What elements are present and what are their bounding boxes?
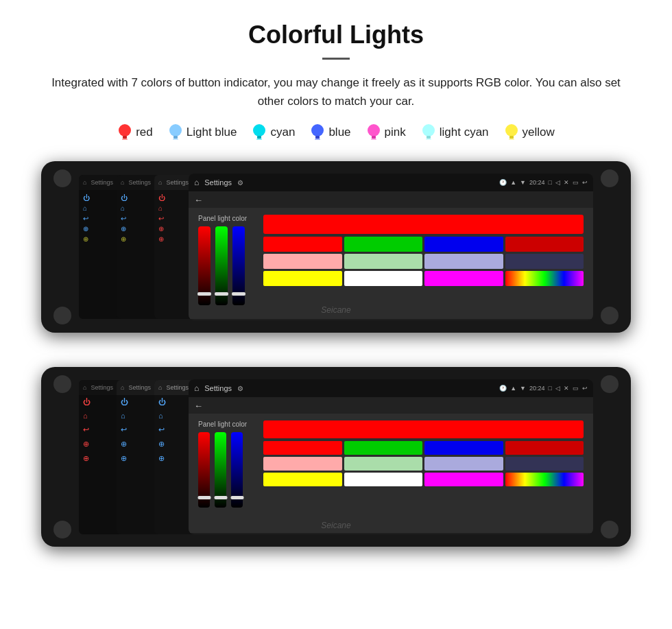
pink-bulb-icon [366,123,381,142]
device-section-2: ⌂ Settings ⏻ ⌂ ↩ ⊕ ⊕ ⌂ Settings [27,367,645,547]
grid2-dr [505,441,584,455]
knob-tr [601,169,619,187]
color-label-lightblue: Light blue [187,126,237,139]
blue-slider-2 [231,432,243,508]
color-item-red: red [117,123,153,142]
home-btn-1: ⌂ [194,178,199,187]
svg-rect-10 [315,136,320,139]
grid2-lb [424,457,503,471]
grid-cell-w [344,271,422,286]
blue-slider-1 [232,226,245,305]
gear-icon-1: ⚙ [237,179,243,187]
grid2-b [424,441,503,455]
grid-cell-db [505,254,584,269]
color-item-lightblue: Light blue [168,123,237,142]
device-section-1: ⌂ Settings ⏻ ⌂ ↩ ⊕ ⊕ ⌂ Settings [27,161,645,333]
blue-slider2-handle [230,496,243,499]
svg-point-3 [169,124,182,137]
grid-cell-g [344,237,422,252]
screen-area-1: ⌂ Settings ⏻ ⌂ ↩ ⊕ ⊕ ⌂ Settings [79,174,593,320]
back-arrow-1: ← [194,195,203,205]
color-label-yellow: yellow [523,126,555,139]
bs2-bar2-home: ⌂ [121,384,124,391]
red-slider2-handle [197,496,211,499]
svg-rect-20 [509,139,514,140]
grid2-m [424,473,503,486]
panel-label-1: Panel light color [198,215,247,222]
sliders-1 [198,226,247,305]
back-row-2: ← [189,397,593,414]
color-grid-2 [263,441,584,486]
page-title: Colorful Lights [27,21,645,49]
screen-area-2: ⌂ Settings ⏻ ⌂ ↩ ⊕ ⊕ ⌂ Settings [79,379,593,534]
bar-left-1: ⌂ Settings ⚙ [194,178,243,187]
android-status-bar-1: ⌂ Settings ⚙ 🕐 ▲ ▼ 20:24 □ ◁ ✕ ▭ [189,174,593,191]
back-bar-icon-1: ⌂ [83,179,86,186]
color-item-pink: pink [366,123,406,142]
description: Integrated with 7 colors of button indic… [41,73,631,110]
svg-rect-13 [372,136,376,139]
blue-slider-handle [232,292,245,296]
svg-rect-14 [371,139,376,140]
color-preview-2 [263,420,584,438]
grid-cell-dr [505,237,584,252]
svg-rect-4 [173,136,178,139]
svg-point-0 [119,124,131,137]
svg-point-12 [368,124,380,137]
knob-bl [53,307,71,324]
color-preview-main-1 [263,215,584,234]
svg-point-6 [253,124,265,137]
grid2-lg [344,457,422,471]
settings-label-1: Settings [204,178,232,187]
page-container: Colorful Lights Integrated with 7 colors… [0,0,672,567]
color-label-pink: pink [385,126,406,139]
grid-cell-lr [263,254,341,269]
clock-icon-1: 🕐 [499,179,507,186]
color-label-blue: blue [328,126,350,139]
grid-cell-m [424,271,503,286]
color-grid-area-1 [263,215,584,286]
grid2-g [344,441,422,455]
back-bar-icon-2: ⌂ [121,179,124,186]
bar-right-1: 🕐 ▲ ▼ 20:24 □ ◁ ✕ ▭ ↩ [499,179,588,186]
signal-icon-2: ▼ [520,385,526,392]
color-label-cyan: cyan [270,126,295,139]
green-slider-2 [215,432,226,508]
knob2-tl [53,375,71,393]
bar2-right: 🕐 ▲ ▼ 20:24 □ ◁ ✕ ▭ ↩ [499,385,588,392]
svg-rect-17 [426,139,431,140]
back-bar-text-1: Settings [91,179,113,186]
bs2-bar1-home: ⌂ [83,384,86,391]
red-slider-handle [197,292,211,296]
settings-label-2: Settings [204,384,232,392]
green-slider2-handle [214,496,227,499]
knob2-br [601,521,619,538]
vol-icon-2: ◁ [555,385,560,392]
grid2-lr [263,457,341,471]
svg-rect-7 [257,136,261,139]
red-slider-2 [198,432,210,508]
android-bar-2: ⌂ Settings ⚙ 🕐 ▲ ▼ 20:24 □ ◁ ✕ ▭ [189,379,593,397]
lightblue-bulb-icon [168,123,183,142]
back-arrow-2: ← [194,401,203,411]
svg-rect-1 [123,136,127,139]
expand-icon-1: ▭ [573,179,579,186]
svg-point-9 [311,124,324,137]
svg-rect-8 [256,139,262,140]
knob-tl [53,169,71,187]
close-icon-1: ✕ [564,179,569,186]
grid2-rainbow [505,473,584,486]
bs2-bar1-text: Settings [91,384,113,391]
color-item-cyan: cyan [252,123,295,142]
slider-area-1: Panel light color [198,215,247,305]
svg-rect-16 [427,136,431,139]
green-slider-handle [215,292,228,296]
grid-cell-lg [344,254,422,269]
back-icon-bar-1: ↩ [582,179,588,186]
bar2-left: ⌂ Settings ⚙ [194,383,243,393]
back-bar-icon-3: ⌂ [158,179,162,186]
svg-rect-19 [509,136,514,139]
back-icon-bar-2: ↩ [582,385,588,392]
bs2-bar2-text: Settings [128,384,151,391]
device-mockup-2: ⌂ Settings ⏻ ⌂ ↩ ⊕ ⊕ ⌂ Settings [41,367,631,547]
